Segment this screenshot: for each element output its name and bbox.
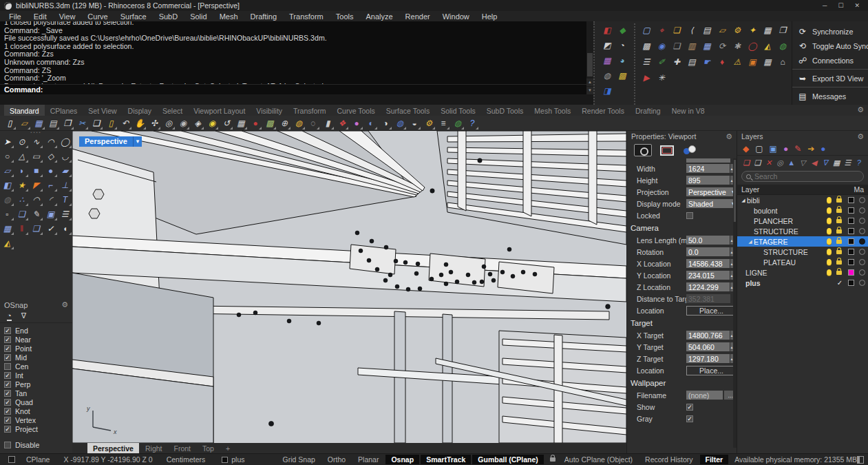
column-layer[interactable]: Layer <box>741 185 759 194</box>
tool-icon[interactable]: ≡ <box>436 116 450 130</box>
layer-color-swatch[interactable] <box>848 280 854 286</box>
bulb-icon[interactable] <box>827 238 832 245</box>
layer-row[interactable]: STRUCTURE <box>737 226 868 236</box>
status-toggle[interactable]: SmartTrack <box>421 455 471 464</box>
x-location-input[interactable]: 14586.438 <box>686 259 730 268</box>
tool-icon[interactable]: ▤ <box>685 55 699 69</box>
material-circle[interactable] <box>859 197 865 203</box>
menu-item[interactable]: Curve <box>81 12 114 21</box>
tool-icon[interactable]: ▦ <box>234 116 248 130</box>
tool-icon[interactable]: ❑ <box>89 116 103 130</box>
tool-icon[interactable]: ☛ <box>700 55 714 69</box>
tool-icon[interactable]: ✚ <box>670 55 684 69</box>
viewport-perspective[interactable]: y x Perspective ▾ <box>72 131 626 443</box>
panel-tab-icon[interactable]: ● <box>821 144 825 154</box>
layer-row[interactable]: ◢ bibli <box>737 195 868 205</box>
tool-icon[interactable]: ▱ <box>715 23 729 37</box>
sync-panel-button[interactable]: ⟲ Toggle Auto Sync <box>792 39 868 53</box>
sync-panel-button[interactable]: ☍ Connections <box>792 53 868 68</box>
lock-icon[interactable] <box>836 250 842 254</box>
osnap-option[interactable]: Knot <box>4 406 72 415</box>
lock-icon[interactable] <box>836 209 842 213</box>
tool-icon[interactable]: ▣ <box>44 207 58 221</box>
panel-tab-icon[interactable]: ▣ <box>770 144 777 154</box>
bulb-icon[interactable] <box>827 218 832 224</box>
tool-icon[interactable]: ▦ <box>32 116 45 130</box>
status-toggle[interactable]: Planar <box>352 455 384 464</box>
tool-icon[interactable]: ★ <box>15 178 29 192</box>
status-toggle[interactable]: Gumball (CPlane) <box>472 455 544 464</box>
tool-icon[interactable]: ➤ <box>1 135 14 149</box>
checkbox[interactable] <box>4 327 11 334</box>
command-input[interactable] <box>43 85 589 94</box>
tool-icon[interactable]: ▦ <box>761 55 774 69</box>
tool-icon[interactable]: ◎ <box>162 116 176 130</box>
tool-icon[interactable]: ▦ <box>1 222 14 236</box>
material-circle[interactable] <box>859 228 865 234</box>
toolbar-tab[interactable]: Solid Tools <box>435 105 481 116</box>
bulb-icon[interactable] <box>827 228 832 234</box>
viewport-properties-tab-icon[interactable] <box>660 145 674 156</box>
toolbar-tab[interactable]: Drafting <box>630 105 666 116</box>
tool-icon[interactable]: ▦ <box>600 54 614 68</box>
layer-tool-icon[interactable]: ∇ <box>822 158 829 167</box>
menu-item[interactable]: Render <box>399 12 436 21</box>
osnap-option[interactable]: End <box>4 326 72 335</box>
tool-icon[interactable]: ❑ <box>30 222 43 236</box>
status-toggle[interactable]: Osnap <box>385 455 419 464</box>
tool-icon[interactable]: ☰ <box>639 55 653 69</box>
material-circle[interactable] <box>859 259 865 265</box>
menu-item[interactable]: Mesh <box>213 12 244 21</box>
wallpaper-filename-field[interactable]: (none) <box>686 391 723 400</box>
gear-icon[interactable]: ⚙ <box>726 132 732 141</box>
camera-place-button[interactable]: Place... <box>686 306 737 316</box>
locked-checkbox[interactable] <box>686 212 693 219</box>
tool-icon[interactable]: ▯ <box>104 116 118 130</box>
tool-icon[interactable]: ⊙ <box>15 135 29 149</box>
bulb-icon[interactable] <box>827 207 832 214</box>
active-layer-button[interactable]: plus <box>231 455 244 464</box>
menu-item[interactable]: SubD <box>153 12 184 21</box>
osnap-tab-snaps-icon[interactable]: ◔ <box>7 311 12 321</box>
x-target-input[interactable]: 14800.766 <box>686 331 730 340</box>
layer-row[interactable]: LIGNE <box>737 267 868 278</box>
layer-color-swatch[interactable] <box>848 238 854 245</box>
tool-icon[interactable]: ⌐ <box>44 178 58 192</box>
layer-row[interactable]: PLATEAU <box>737 257 868 267</box>
toolbar-tab[interactable]: Visibility <box>251 105 288 116</box>
tool-icon[interactable]: ◗ <box>15 164 29 178</box>
tool-icon[interactable]: ◩ <box>600 39 614 52</box>
layer-tool-icon[interactable]: ☰ <box>844 158 851 167</box>
tool-icon[interactable]: ◍ <box>600 69 614 83</box>
y-location-input[interactable]: 234.015 <box>686 271 730 280</box>
tool-icon[interactable]: ◧ <box>1 178 14 192</box>
menu-item[interactable]: Drafting <box>244 12 284 21</box>
tool-icon[interactable]: ▦ <box>761 23 774 37</box>
tool-icon[interactable]: ✐ <box>655 55 668 69</box>
tool-icon[interactable]: ▩ <box>615 69 629 83</box>
menu-item[interactable]: View <box>53 12 82 21</box>
toolbar-tab[interactable]: CPlanes <box>45 105 83 116</box>
material-circle[interactable] <box>859 269 865 276</box>
checkbox[interactable] <box>4 417 11 424</box>
checkbox[interactable] <box>4 442 11 448</box>
layer-color-swatch[interactable] <box>848 269 854 276</box>
tool-icon[interactable]: ▥ <box>685 39 699 53</box>
tool-icon[interactable]: ◈ <box>191 116 204 130</box>
material-circle[interactable] <box>859 207 865 214</box>
layer-tool-icon[interactable]: ❏ <box>743 158 750 167</box>
tool-icon[interactable]: ◌ <box>306 116 320 130</box>
lens-length-input[interactable]: 50.0 <box>686 236 730 245</box>
checkbox[interactable] <box>4 372 11 379</box>
tool-icon[interactable]: ⚙ <box>422 116 436 130</box>
tool-icon[interactable]: ▱ <box>17 116 31 130</box>
projection-dropdown[interactable]: Perspective▾ <box>686 187 737 196</box>
tool-icon[interactable]: ❑ <box>670 39 684 53</box>
osnap-option[interactable]: Tan <box>4 389 72 397</box>
tool-icon[interactable]: ◔ <box>615 39 629 52</box>
tool-icon[interactable]: ✣ <box>147 116 161 130</box>
tool-icon[interactable]: ◇ <box>44 149 58 163</box>
wallpaper-show-checkbox[interactable] <box>686 404 693 411</box>
tool-icon[interactable]: ⟨ <box>685 23 699 37</box>
osnap-option[interactable]: Point <box>4 344 72 353</box>
